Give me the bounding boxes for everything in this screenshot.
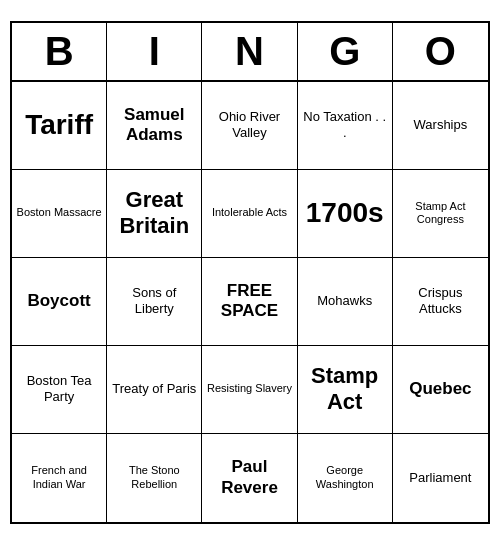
bingo-cell-14[interactable]: Crispus Attucks	[393, 258, 488, 346]
bingo-cell-15[interactable]: Boston Tea Party	[12, 346, 107, 434]
bingo-cell-21[interactable]: The Stono Rebellion	[107, 434, 202, 522]
bingo-cell-19[interactable]: Quebec	[393, 346, 488, 434]
bingo-cell-1[interactable]: Samuel Adams	[107, 82, 202, 170]
header-letter-n: N	[202, 23, 297, 80]
bingo-cell-4[interactable]: Warships	[393, 82, 488, 170]
bingo-cell-3[interactable]: No Taxation . . .	[298, 82, 393, 170]
header-letter-i: I	[107, 23, 202, 80]
bingo-cell-23[interactable]: George Washington	[298, 434, 393, 522]
bingo-cell-11[interactable]: Sons of Liberty	[107, 258, 202, 346]
bingo-grid: TariffSamuel AdamsOhio River ValleyNo Ta…	[12, 82, 488, 522]
bingo-cell-16[interactable]: Treaty of Paris	[107, 346, 202, 434]
bingo-cell-24[interactable]: Parliament	[393, 434, 488, 522]
bingo-cell-18[interactable]: Stamp Act	[298, 346, 393, 434]
bingo-cell-9[interactable]: Stamp Act Congress	[393, 170, 488, 258]
bingo-card: BINGO TariffSamuel AdamsOhio River Valle…	[10, 21, 490, 524]
bingo-cell-8[interactable]: 1700s	[298, 170, 393, 258]
bingo-cell-10[interactable]: Boycott	[12, 258, 107, 346]
bingo-cell-7[interactable]: Intolerable Acts	[202, 170, 297, 258]
bingo-cell-2[interactable]: Ohio River Valley	[202, 82, 297, 170]
bingo-cell-5[interactable]: Boston Massacre	[12, 170, 107, 258]
bingo-cell-13[interactable]: Mohawks	[298, 258, 393, 346]
bingo-cell-20[interactable]: French and Indian War	[12, 434, 107, 522]
bingo-cell-22[interactable]: Paul Revere	[202, 434, 297, 522]
bingo-cell-0[interactable]: Tariff	[12, 82, 107, 170]
bingo-cell-17[interactable]: Resisting Slavery	[202, 346, 297, 434]
bingo-header: BINGO	[12, 23, 488, 82]
header-letter-g: G	[298, 23, 393, 80]
bingo-cell-12[interactable]: FREE SPACE	[202, 258, 297, 346]
header-letter-o: O	[393, 23, 488, 80]
header-letter-b: B	[12, 23, 107, 80]
bingo-cell-6[interactable]: Great Britain	[107, 170, 202, 258]
